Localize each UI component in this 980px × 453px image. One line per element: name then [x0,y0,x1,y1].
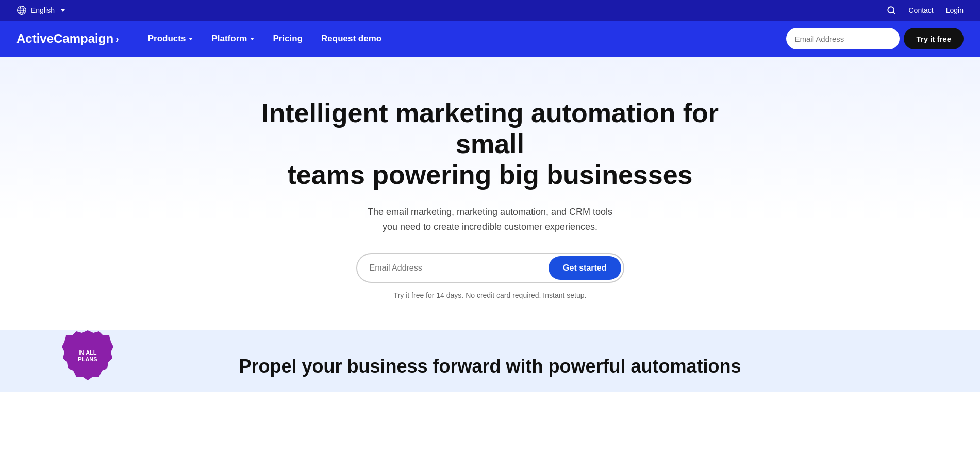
badge-inner: IN ALL PLANS [62,330,113,382]
products-chevron-icon [189,38,193,40]
nav-link-products[interactable]: Products [140,29,202,48]
top-bar: English Contact Login [0,0,980,21]
hero-subtitle: The email marketing, marketing automatio… [361,205,619,234]
hero-heading: Intelligent marketing automation for sma… [258,98,722,190]
bottom-heading: Propel your business forward with powerf… [239,356,741,377]
platform-chevron-icon [250,38,254,40]
nav-links: Products Platform Pricing Request demo [140,29,787,48]
badge-text-line2: PLANS [78,356,97,363]
language-selector[interactable]: English [16,5,65,15]
top-bar-right: Contact Login [887,6,964,15]
main-nav: ActiveCampaign › Products Platform Prici… [0,21,980,57]
hero-form: Get started [356,253,624,283]
get-started-button[interactable]: Get started [549,256,621,280]
nav-cta: Try it free [786,28,964,49]
logo-arrow: › [115,33,119,45]
login-link[interactable]: Login [946,6,964,14]
contact-link[interactable]: Contact [908,6,933,14]
try-free-button[interactable]: Try it free [904,28,964,49]
badge: IN ALL PLANS [62,330,113,382]
logo[interactable]: ActiveCampaign › [16,31,119,46]
nav-link-request-demo[interactable]: Request demo [313,29,390,48]
globe-icon [16,5,27,15]
nav-link-pricing[interactable]: Pricing [264,29,311,48]
search-icon[interactable] [887,6,896,15]
badge-text-line1: IN ALL [78,349,96,356]
nav-email-input[interactable] [786,28,900,49]
svg-line-6 [893,12,895,13]
logo-text: ActiveCampaign [16,31,113,46]
language-chevron-icon [61,9,65,12]
language-label: English [31,6,55,14]
hero-fine-print: Try it free for 14 days. No credit card … [10,291,970,299]
bottom-section: IN ALL PLANS Propel your business forwar… [0,330,980,392]
hero-email-input[interactable] [366,258,549,278]
nav-link-platform[interactable]: Platform [203,29,262,48]
hero-section: Intelligent marketing automation for sma… [0,57,980,330]
